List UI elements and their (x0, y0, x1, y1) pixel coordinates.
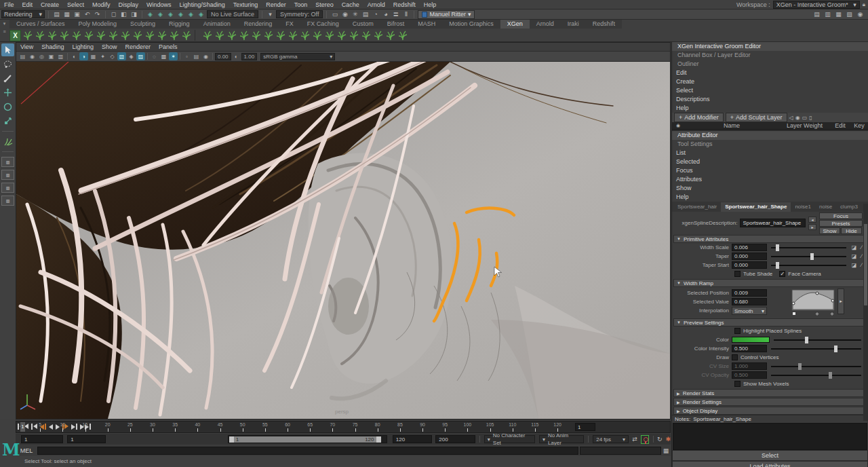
color-slider[interactable] (774, 339, 861, 341)
shelf-tab-sculpting[interactable]: Sculpting (123, 20, 162, 29)
tab-attribute-editor[interactable]: Attribute Editor (672, 131, 868, 140)
lasso-tool[interactable] (1, 58, 14, 71)
ae-menu-selected[interactable]: Selected (672, 157, 868, 166)
xgen-shelf-icon[interactable] (275, 30, 286, 41)
panel-menu-renderer[interactable]: Renderer (121, 43, 155, 52)
smooth-shade-icon[interactable]: ◑ (79, 52, 88, 60)
shelf-options[interactable]: ▾≡ (0, 20, 9, 42)
groom-menu-help[interactable]: Help (672, 104, 868, 113)
shelf-tab-xgen[interactable]: XGen (500, 20, 530, 29)
render-frame-icon[interactable]: ▭ (330, 10, 339, 19)
xgen-shelf-icon[interactable] (34, 30, 45, 41)
xray-joints-icon[interactable]: ✶ (169, 52, 178, 60)
delete-icon[interactable]: ▯ (809, 115, 812, 121)
shelf-tab-rendering[interactable]: Rendering (237, 20, 279, 29)
image-plane-icon[interactable]: ▥ (56, 52, 65, 60)
face-camera-checkbox[interactable]: ✓ (779, 271, 785, 277)
snap-projected-center-icon[interactable]: ◈ (176, 10, 185, 19)
xgen-shelf-icon[interactable] (46, 30, 58, 41)
workspace-hypershade-icon[interactable]: ◉ (856, 10, 865, 19)
menu-create[interactable]: Create (37, 0, 63, 10)
texture-map-icon[interactable]: ◪ (850, 253, 858, 259)
xgen-shelf-icon[interactable] (226, 30, 237, 41)
live-surface-field[interactable]: No Live Surface (207, 10, 258, 18)
texture-map-icon[interactable]: ◪ (850, 244, 858, 250)
xgen-shelf-icon[interactable] (201, 30, 213, 41)
select-object-icon[interactable]: ◧ (119, 10, 128, 19)
shelf-tab-custom[interactable]: Custom (346, 20, 380, 29)
menu-select[interactable]: Select (63, 0, 88, 10)
xgen-shelf-icon[interactable] (360, 30, 372, 41)
custom-menu-button[interactable]: Manuel Ritter ▾ (418, 10, 475, 19)
panel-menu-show[interactable]: Show (98, 43, 121, 52)
command-input[interactable] (37, 447, 578, 455)
color-intensity-slider[interactable] (771, 348, 861, 350)
gamma-icon[interactable]: ◐ (232, 52, 241, 60)
ao-icon[interactable]: ▧ (117, 52, 126, 60)
new-scene-icon[interactable]: ▤ (52, 10, 61, 19)
xgen-shelf-icon[interactable] (214, 30, 225, 41)
persp-outliner-layout[interactable]: ▥ (1, 183, 14, 193)
section-render-settings[interactable]: ▶Render Settings (673, 398, 867, 406)
snap-view-plane-icon[interactable]: ◈ (186, 10, 195, 19)
grid-icon[interactable]: ▤ (192, 52, 201, 60)
selected-value-field[interactable]: 0.680 (732, 298, 767, 305)
node-tab-clump3[interactable]: clump3 (836, 202, 862, 212)
anim-layer-dropdown[interactable]: ▾No Anim Layer (539, 435, 584, 443)
shelf-tab-bifrost[interactable]: Bifrost (380, 20, 412, 29)
pause-viewport-icon[interactable]: Ⅱ (401, 10, 410, 19)
xgen-shelf-icon[interactable] (180, 30, 192, 41)
panel-menu-view[interactable]: View (16, 43, 37, 52)
lock-icon[interactable]: 🔒︎ (863, 1, 865, 8)
xgen-shelf-icon[interactable] (144, 30, 155, 41)
panel-menu-lighting[interactable]: Lighting (68, 43, 98, 52)
symmetry-field[interactable]: Symmetry: Off (276, 10, 323, 18)
xgen-shelf-icon[interactable] (336, 30, 347, 41)
shelf-tab-rigging[interactable]: Rigging (162, 20, 197, 29)
move-tool[interactable] (1, 86, 14, 99)
groom-brush-tool[interactable] (1, 135, 14, 148)
open-scene-icon[interactable]: ▦ (62, 10, 71, 19)
section-primitive-attributes[interactable]: ▼ Primitive Attributes (673, 235, 867, 243)
save-scene-icon[interactable]: ▣ (73, 10, 81, 19)
workspace-persp-icon[interactable]: ▥ (823, 10, 832, 19)
grease-pencil-icon[interactable]: ▫ (182, 52, 191, 60)
chevron-down-icon[interactable]: ▾ (266, 10, 275, 19)
taper-start-field[interactable]: 0.000 (732, 261, 767, 269)
xgen-shelf-icon[interactable] (250, 30, 262, 41)
current-frame-field[interactable]: 1 (575, 423, 595, 431)
ae-menu-help[interactable]: Help (672, 193, 868, 202)
animation-preferences-icon[interactable]: ↻ (657, 436, 663, 443)
node-tab-sportswear-hair[interactable]: Sportswear_hair (673, 202, 721, 212)
menu-lighting-shading[interactable]: Lighting/Shading (176, 0, 229, 10)
xgen-shelf-icon[interactable] (397, 30, 408, 41)
groom-menu-select[interactable]: Select (672, 86, 868, 95)
snap-point-icon[interactable]: ◈ (166, 10, 175, 19)
hide-button[interactable]: Hide (841, 227, 862, 234)
node-tab-sportswear-hair-shape[interactable]: Sportswear_hair_Shape (721, 202, 791, 212)
color-intensity-field[interactable]: 0.500 (732, 345, 767, 352)
color-swatch[interactable] (732, 337, 770, 343)
xgen-shelf-icon[interactable] (168, 30, 180, 41)
exposure-field[interactable]: 0.00 (215, 53, 231, 60)
textured-icon[interactable]: ▦ (89, 52, 98, 60)
snap-curve-icon[interactable]: ◈ (156, 10, 165, 19)
make-live-icon[interactable]: ◈ (197, 10, 205, 19)
xgen-shelf-icon[interactable] (119, 30, 131, 41)
xgen-shelf-icon[interactable] (156, 30, 167, 41)
scale-tool[interactable] (1, 115, 14, 128)
menu-windows[interactable]: Windows (142, 0, 176, 10)
shelf-tab-animation[interactable]: Animation (197, 20, 237, 29)
hypershade-icon[interactable]: ◕ (381, 10, 390, 19)
taper-slider[interactable] (771, 256, 846, 257)
undo-icon[interactable]: ↶ (83, 10, 92, 19)
color-space-dropdown[interactable]: sRGB gamma▾ (260, 53, 335, 60)
xgen-shelf-icon[interactable] (372, 30, 384, 41)
node-tab-noise[interactable]: noise (815, 202, 836, 212)
isolate-select-icon[interactable]: ◌ (150, 52, 159, 60)
xgen-shelf-icon[interactable] (348, 30, 359, 41)
xgen-shelf-icon[interactable] (83, 30, 94, 41)
ae-menu-focus[interactable]: Focus (672, 166, 868, 175)
xgen-shelf-icon[interactable] (22, 30, 33, 41)
tab-xgen-interactive-groom-editor[interactable]: XGen Interactive Groom Editor (672, 42, 868, 51)
